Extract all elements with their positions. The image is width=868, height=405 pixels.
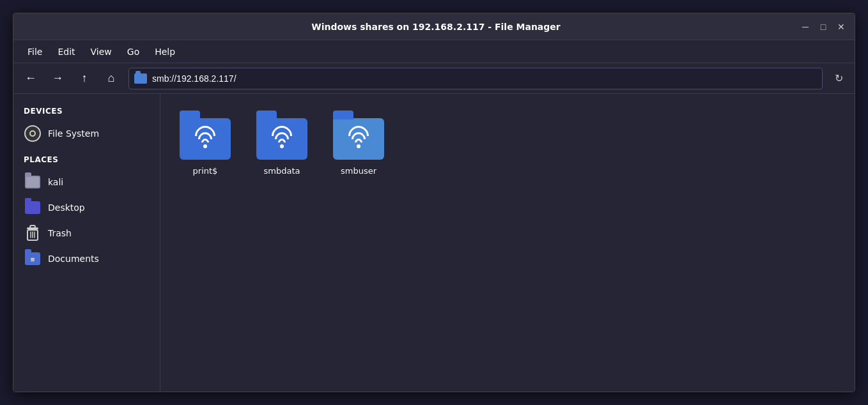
folder-label-smbdata: smbdata: [264, 166, 300, 176]
toolbar: ← → ↑ ⌂ ↻: [13, 63, 855, 94]
window-controls: ─ □ ✕: [800, 21, 847, 33]
sidebar-label-kali: kali: [48, 177, 63, 187]
menu-edit[interactable]: Edit: [51, 44, 81, 59]
folder-label-smbuser: smbuser: [341, 166, 376, 176]
kali-folder-icon: [24, 173, 42, 191]
sidebar-label-trash: Trash: [48, 228, 72, 238]
up-button[interactable]: ↑: [72, 66, 97, 91]
sidebar-item-desktop[interactable]: Desktop: [19, 195, 155, 220]
folder-icon-prints: [180, 118, 231, 160]
filesystem-disk-icon: [24, 125, 41, 142]
folder-smbdata[interactable]: smbdata: [250, 113, 314, 181]
minimize-button[interactable]: ─: [800, 21, 811, 33]
content-area: print$ smbdata: [160, 94, 855, 392]
folder-icon-smbuser: [333, 118, 384, 160]
sidebar-item-trash[interactable]: Trash: [19, 220, 155, 246]
sidebar: DEVICES File System PLACES kali: [13, 94, 160, 392]
folder-prints[interactable]: print$: [173, 113, 237, 181]
menu-file[interactable]: File: [21, 44, 49, 59]
menu-go[interactable]: Go: [121, 44, 146, 59]
refresh-button[interactable]: ↻: [828, 68, 849, 89]
forward-button[interactable]: →: [45, 66, 70, 91]
menu-view[interactable]: View: [84, 44, 118, 59]
maximize-button[interactable]: □: [818, 21, 829, 33]
file-manager-window: Windows shares on 192.168.2.117 - File M…: [13, 13, 855, 392]
sidebar-label-filesystem: File System: [48, 128, 99, 139]
documents-folder-icon: ≡: [24, 250, 42, 268]
menu-help[interactable]: Help: [148, 44, 182, 59]
titlebar: Windows shares on 192.168.2.117 - File M…: [13, 13, 855, 40]
wifi-icon: [194, 130, 217, 148]
window-title: Windows shares on 192.168.2.117 - File M…: [72, 22, 800, 32]
svg-rect-1: [30, 225, 35, 228]
folder-icon-smbdata: [256, 118, 307, 160]
home-button[interactable]: ⌂: [99, 66, 123, 91]
wifi-icon-3: [347, 130, 370, 148]
menubar: File Edit View Go Help: [13, 40, 855, 63]
back-button[interactable]: ←: [19, 66, 43, 91]
folder-smbuser[interactable]: smbuser: [327, 113, 391, 181]
address-folder-icon: [134, 73, 147, 84]
places-section-label: PLACES: [19, 153, 155, 169]
sidebar-item-kali[interactable]: kali: [19, 169, 155, 195]
close-button[interactable]: ✕: [835, 21, 847, 33]
address-input[interactable]: [152, 73, 817, 84]
folder-label-prints: print$: [193, 166, 218, 176]
devices-section-label: DEVICES: [19, 104, 155, 121]
address-bar[interactable]: [128, 68, 823, 89]
sidebar-item-filesystem[interactable]: File System: [19, 121, 155, 146]
desktop-folder-icon: [24, 199, 42, 217]
sidebar-item-documents[interactable]: ≡ Documents: [19, 246, 155, 271]
trash-icon: [24, 224, 42, 242]
filesystem-icon: [24, 125, 42, 142]
wifi-icon-2: [270, 130, 293, 148]
sidebar-label-documents: Documents: [48, 254, 99, 264]
main-area: DEVICES File System PLACES kali: [13, 94, 855, 392]
sidebar-label-desktop: Desktop: [48, 202, 85, 213]
